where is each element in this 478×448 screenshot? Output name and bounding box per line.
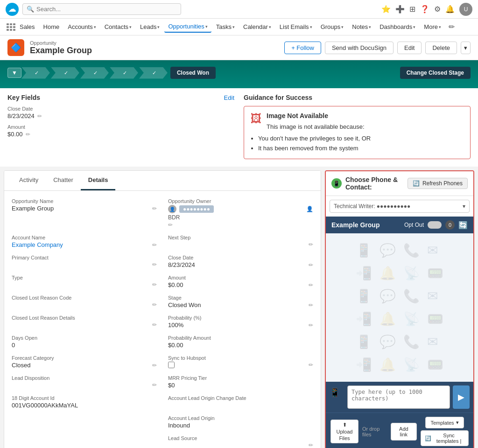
delete-button[interactable]: Delete xyxy=(425,42,457,54)
probability-amount-value: $0.00 xyxy=(168,342,313,349)
forecast-category-edit[interactable]: ✏ xyxy=(152,362,157,369)
apps-icon[interactable]: ⊞ xyxy=(409,5,415,14)
nav-notes[interactable]: Notes ▾ xyxy=(348,21,375,32)
probability-field: Probability (%) 100% ✏ xyxy=(168,315,313,329)
phone-select[interactable]: Technical Writer: ●●●●●●●●●● ▾ xyxy=(330,200,470,213)
notifications-icon[interactable]: 🔔 xyxy=(445,5,455,14)
lead-source-edit[interactable]: ✏ xyxy=(309,442,313,448)
nav-groups[interactable]: Groups ▾ xyxy=(317,21,348,32)
actions-dropdown-button[interactable]: ▾ xyxy=(461,42,471,54)
stage-edit[interactable]: ✏ xyxy=(309,302,313,308)
badge-count: 0 xyxy=(445,220,455,230)
close-date-detail-field: Close Date 8/23/2024 ✏ xyxy=(168,255,313,268)
salesforce-logo[interactable]: ☁ xyxy=(6,3,19,16)
opp-owner-edit[interactable]: 👤 xyxy=(306,206,313,212)
nav-tasks[interactable]: Tasks ▾ xyxy=(212,21,239,32)
opp-name-edit[interactable]: ✏ xyxy=(152,205,157,212)
edit-button[interactable]: Edit xyxy=(397,42,422,54)
sync-hubspot-edit[interactable]: ✏ xyxy=(309,362,313,368)
add-link-button[interactable]: Add link xyxy=(391,423,417,441)
stage-current[interactable]: Closed Won xyxy=(170,67,216,79)
nav-opportunities[interactable]: Opportunities ▾ xyxy=(164,21,211,33)
stage-4[interactable]: ✓ xyxy=(110,67,138,79)
amount-detail-edit[interactable]: ✏ xyxy=(309,282,313,288)
send-docusign-button[interactable]: Send with DocuSign xyxy=(325,42,394,54)
nav-contacts[interactable]: Contacts ▾ xyxy=(101,21,135,32)
key-fields-edit-link[interactable]: Edit xyxy=(224,94,234,101)
opt-out-label: Opt Out xyxy=(404,222,424,228)
lead-disposition-label: Lead Disposition xyxy=(12,375,157,381)
contact-refresh-icon[interactable]: 🔄 xyxy=(458,221,468,230)
type-edit[interactable]: ✏ xyxy=(152,281,157,288)
tabs: Activity Chatter Details xyxy=(4,171,321,191)
owner-name-masked: ●●●●●●●● xyxy=(179,205,214,213)
key-fields-row: Key Fields Edit Close Date 8/23/2024 ✏ A… xyxy=(7,94,471,159)
sync-templates-button[interactable]: 🔄 Sync templates | xyxy=(421,430,469,446)
follow-button[interactable]: + Follow xyxy=(284,42,321,54)
probability-edit[interactable]: ✏ xyxy=(309,322,313,329)
favorites-icon[interactable]: ⭐ xyxy=(381,5,391,14)
opt-out-toggle[interactable] xyxy=(428,221,442,229)
nav-more[interactable]: More ▾ xyxy=(420,21,445,32)
account-name-link[interactable]: Example Company xyxy=(12,241,63,248)
close-date-edit-icon[interactable]: ✏ xyxy=(37,113,42,119)
tab-activity[interactable]: Activity xyxy=(12,171,46,190)
stage-collapse-btn[interactable]: ▼ xyxy=(7,68,21,78)
amount-edit-icon[interactable]: ✏ xyxy=(26,131,30,138)
stage-2[interactable]: ✓ xyxy=(51,67,79,79)
record-title-wrap: Opportunity Example Group xyxy=(30,40,284,56)
owner-role: BDR xyxy=(168,214,313,221)
nav-list-emails[interactable]: List Emails ▾ xyxy=(276,21,316,32)
nav-app-name[interactable]: Sales xyxy=(16,21,39,32)
nav-accounts[interactable]: Accounts ▾ xyxy=(64,21,99,32)
closed-lost-reason-edit[interactable]: ✏ xyxy=(152,301,157,308)
tab-details[interactable]: Details xyxy=(81,171,116,190)
key-fields-section: Key Fields Edit Close Date 8/23/2024 ✏ A… xyxy=(0,88,478,167)
amount-detail-label: Amount xyxy=(168,275,313,280)
lead-disposition-edit[interactable]: ✏ xyxy=(152,382,157,388)
stage-3[interactable]: ✓ xyxy=(80,67,109,79)
key-fields-title: Key Fields xyxy=(7,94,40,101)
nav-calendar[interactable]: Calendar ▾ xyxy=(239,21,275,32)
lead-source-value: ✏ xyxy=(168,442,313,448)
refresh-phones-button[interactable]: 🔄 Refresh Phones xyxy=(408,178,468,189)
phone-header-title: Choose Phone & Contact: xyxy=(345,176,404,191)
image-not-available-title: Image Not Available xyxy=(251,112,464,119)
chat-watermark: 📱💬📞✉ 📲🔔📡📟 📱💬📞✉ 📲🔔📡📟 📱💬📞✉ 📲🔔📡📟 xyxy=(346,233,453,382)
message-textarea[interactable] xyxy=(347,385,450,409)
forecast-category-label: Forecast Category xyxy=(12,355,157,361)
close-date-detail-edit[interactable]: ✏ xyxy=(309,262,313,268)
send-message-button[interactable]: ▶ xyxy=(453,385,470,409)
search-input[interactable] xyxy=(36,6,177,13)
primary-contact-edit[interactable]: ✏ xyxy=(152,261,157,268)
next-step-value: ✏ xyxy=(168,241,313,248)
plus-icon[interactable]: ➕ xyxy=(395,5,405,14)
tab-chatter[interactable]: Chatter xyxy=(46,171,81,190)
stage-label: Stage xyxy=(168,295,313,301)
user-avatar[interactable]: U xyxy=(459,3,472,16)
upload-files-button[interactable]: ⬆ Upload Files xyxy=(330,420,358,443)
settings-icon[interactable]: ⚙ xyxy=(434,5,441,14)
phone-select-wrap: Technical Writer: ●●●●●●●●●● ▾ xyxy=(326,196,473,217)
image-not-available-desc: This image is not available because: You… xyxy=(251,122,464,153)
nav-leads[interactable]: Leads ▾ xyxy=(136,21,163,32)
grid-menu-icon[interactable] xyxy=(6,22,15,32)
nav-dashboards[interactable]: Dashboards ▾ xyxy=(376,21,419,32)
account-lead-origin-field: Account Lead Origin Inbound xyxy=(168,415,313,429)
change-stage-button[interactable]: Change Closed Stage xyxy=(400,67,471,79)
probability-amount-field: Probability Amount $0.00 xyxy=(168,335,313,349)
nav-edit-icon[interactable]: ✏ xyxy=(449,22,455,31)
search-bar[interactable]: 🔍 xyxy=(22,3,181,15)
stage-1[interactable]: ✓ xyxy=(21,67,50,79)
nav-home[interactable]: Home xyxy=(40,21,63,32)
templates-button[interactable]: Templates ▾ xyxy=(425,417,464,428)
closed-lost-details-edit[interactable]: ✏ xyxy=(152,322,157,328)
opp-owner-role-edit[interactable]: ✏ xyxy=(168,222,313,228)
templates-wrap: Templates ▾ 🔄 Sync templates | xyxy=(421,417,469,446)
closed-lost-reason-field: Closed Lost Reason Code ✏ xyxy=(12,295,157,308)
help-icon[interactable]: ❓ xyxy=(420,5,429,14)
next-step-edit[interactable]: ✏ xyxy=(309,241,313,248)
account-name-edit[interactable]: ✏ xyxy=(152,242,157,248)
stage-5[interactable]: ✓ xyxy=(139,67,168,79)
sync-hubspot-checkbox[interactable] xyxy=(168,362,175,368)
